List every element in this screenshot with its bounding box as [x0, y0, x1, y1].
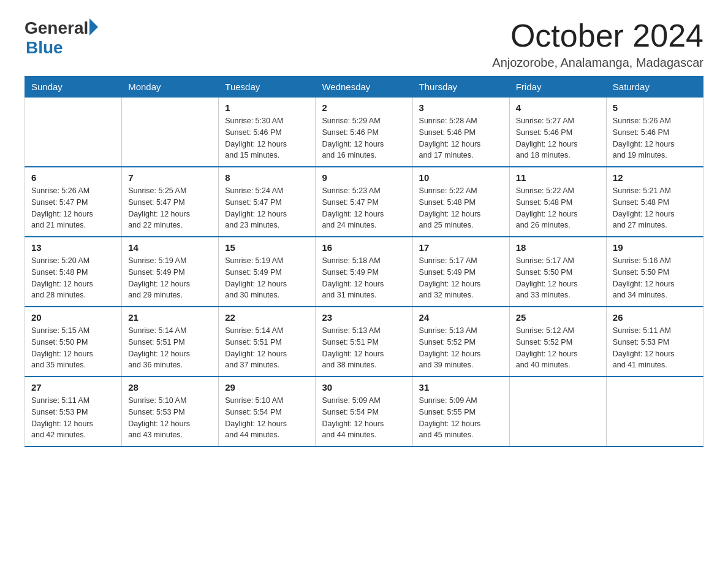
day-number: 9: [322, 172, 406, 183]
day-number: 3: [419, 102, 503, 113]
header-friday: Friday: [509, 77, 606, 98]
calendar-cell: [606, 377, 703, 446]
day-info: Sunrise: 5:13 AMSunset: 5:52 PMDaylight:…: [419, 325, 503, 371]
calendar-cell: 24Sunrise: 5:13 AMSunset: 5:52 PMDayligh…: [412, 307, 509, 377]
calendar-cell: 23Sunrise: 5:13 AMSunset: 5:51 PMDayligh…: [316, 307, 412, 377]
calendar-cell: 12Sunrise: 5:21 AMSunset: 5:48 PMDayligh…: [606, 167, 703, 237]
header-tuesday: Tuesday: [219, 77, 316, 98]
day-info: Sunrise: 5:21 AMSunset: 5:48 PMDaylight:…: [613, 185, 697, 231]
day-number: 25: [516, 312, 600, 323]
month-title: October 2024: [492, 18, 703, 53]
day-number: 2: [322, 102, 406, 113]
header-monday: Monday: [122, 77, 219, 98]
day-number: 27: [31, 382, 115, 393]
day-info: Sunrise: 5:29 AMSunset: 5:46 PMDaylight:…: [322, 115, 406, 161]
day-number: 14: [128, 242, 212, 253]
calendar-cell: 5Sunrise: 5:26 AMSunset: 5:46 PMDaylight…: [606, 98, 703, 167]
day-info: Sunrise: 5:26 AMSunset: 5:46 PMDaylight:…: [613, 115, 697, 161]
day-info: Sunrise: 5:10 AMSunset: 5:54 PMDaylight:…: [225, 395, 309, 441]
page-header: General Blue October 2024 Anjozorobe, An…: [25, 18, 703, 70]
logo-triangle-icon: [89, 18, 98, 36]
calendar-cell: 20Sunrise: 5:15 AMSunset: 5:50 PMDayligh…: [25, 307, 122, 377]
logo: General Blue: [25, 18, 98, 58]
week-row-4: 20Sunrise: 5:15 AMSunset: 5:50 PMDayligh…: [25, 307, 703, 377]
calendar-cell: 26Sunrise: 5:11 AMSunset: 5:53 PMDayligh…: [606, 307, 703, 377]
calendar-cell: 27Sunrise: 5:11 AMSunset: 5:53 PMDayligh…: [25, 377, 122, 446]
calendar-cell: 16Sunrise: 5:18 AMSunset: 5:49 PMDayligh…: [316, 237, 412, 307]
day-info: Sunrise: 5:17 AMSunset: 5:49 PMDaylight:…: [419, 255, 503, 301]
day-info: Sunrise: 5:09 AMSunset: 5:55 PMDaylight:…: [419, 395, 503, 441]
day-number: 4: [516, 102, 600, 113]
header-wednesday: Wednesday: [316, 77, 412, 98]
calendar-cell: 18Sunrise: 5:17 AMSunset: 5:50 PMDayligh…: [509, 237, 606, 307]
day-number: 28: [128, 382, 212, 393]
day-number: 26: [613, 312, 697, 323]
week-row-1: 1Sunrise: 5:30 AMSunset: 5:46 PMDaylight…: [25, 98, 703, 167]
calendar-cell: 7Sunrise: 5:25 AMSunset: 5:47 PMDaylight…: [122, 167, 219, 237]
day-number: 6: [31, 172, 115, 183]
day-info: Sunrise: 5:26 AMSunset: 5:47 PMDaylight:…: [31, 185, 115, 231]
logo-general: General: [25, 18, 88, 38]
calendar-cell: 17Sunrise: 5:17 AMSunset: 5:49 PMDayligh…: [412, 237, 509, 307]
day-number: 21: [128, 312, 212, 323]
header-sunday: Sunday: [25, 77, 122, 98]
location-title: Anjozorobe, Analamanga, Madagascar: [492, 56, 703, 70]
day-number: 19: [613, 242, 697, 253]
calendar-cell: 25Sunrise: 5:12 AMSunset: 5:52 PMDayligh…: [509, 307, 606, 377]
calendar-cell: [25, 98, 122, 167]
header-saturday: Saturday: [606, 77, 703, 98]
day-info: Sunrise: 5:23 AMSunset: 5:47 PMDaylight:…: [322, 185, 406, 231]
day-info: Sunrise: 5:10 AMSunset: 5:53 PMDaylight:…: [128, 395, 212, 441]
day-number: 24: [419, 312, 503, 323]
day-number: 22: [225, 312, 309, 323]
day-info: Sunrise: 5:28 AMSunset: 5:46 PMDaylight:…: [419, 115, 503, 161]
calendar-cell: 22Sunrise: 5:14 AMSunset: 5:51 PMDayligh…: [219, 307, 316, 377]
calendar-cell: 29Sunrise: 5:10 AMSunset: 5:54 PMDayligh…: [219, 377, 316, 446]
calendar-cell: 14Sunrise: 5:19 AMSunset: 5:49 PMDayligh…: [122, 237, 219, 307]
day-info: Sunrise: 5:19 AMSunset: 5:49 PMDaylight:…: [128, 255, 212, 301]
day-info: Sunrise: 5:19 AMSunset: 5:49 PMDaylight:…: [225, 255, 309, 301]
calendar-cell: 6Sunrise: 5:26 AMSunset: 5:47 PMDaylight…: [25, 167, 122, 237]
day-info: Sunrise: 5:27 AMSunset: 5:46 PMDaylight:…: [516, 115, 600, 161]
day-number: 16: [322, 242, 406, 253]
day-number: 7: [128, 172, 212, 183]
week-row-5: 27Sunrise: 5:11 AMSunset: 5:53 PMDayligh…: [25, 377, 703, 446]
day-info: Sunrise: 5:14 AMSunset: 5:51 PMDaylight:…: [128, 325, 212, 371]
day-info: Sunrise: 5:20 AMSunset: 5:48 PMDaylight:…: [31, 255, 115, 301]
day-number: 8: [225, 172, 309, 183]
day-info: Sunrise: 5:11 AMSunset: 5:53 PMDaylight:…: [31, 395, 115, 441]
calendar-table: SundayMondayTuesdayWednesdayThursdayFrid…: [25, 76, 703, 447]
logo-blue: Blue: [26, 38, 98, 58]
day-number: 17: [419, 242, 503, 253]
day-number: 18: [516, 242, 600, 253]
week-row-3: 13Sunrise: 5:20 AMSunset: 5:48 PMDayligh…: [25, 237, 703, 307]
day-info: Sunrise: 5:17 AMSunset: 5:50 PMDaylight:…: [516, 255, 600, 301]
calendar-cell: 21Sunrise: 5:14 AMSunset: 5:51 PMDayligh…: [122, 307, 219, 377]
day-info: Sunrise: 5:18 AMSunset: 5:49 PMDaylight:…: [322, 255, 406, 301]
calendar-cell: 15Sunrise: 5:19 AMSunset: 5:49 PMDayligh…: [219, 237, 316, 307]
day-info: Sunrise: 5:15 AMSunset: 5:50 PMDaylight:…: [31, 325, 115, 371]
day-info: Sunrise: 5:14 AMSunset: 5:51 PMDaylight:…: [225, 325, 309, 371]
calendar-cell: [122, 98, 219, 167]
day-number: 10: [419, 172, 503, 183]
day-number: 23: [322, 312, 406, 323]
day-number: 13: [31, 242, 115, 253]
calendar-cell: 11Sunrise: 5:22 AMSunset: 5:48 PMDayligh…: [509, 167, 606, 237]
calendar-cell: 4Sunrise: 5:27 AMSunset: 5:46 PMDaylight…: [509, 98, 606, 167]
header-thursday: Thursday: [412, 77, 509, 98]
week-row-2: 6Sunrise: 5:26 AMSunset: 5:47 PMDaylight…: [25, 167, 703, 237]
day-number: 15: [225, 242, 309, 253]
calendar-cell: 8Sunrise: 5:24 AMSunset: 5:47 PMDaylight…: [219, 167, 316, 237]
calendar-cell: 2Sunrise: 5:29 AMSunset: 5:46 PMDaylight…: [316, 98, 412, 167]
day-info: Sunrise: 5:30 AMSunset: 5:46 PMDaylight:…: [225, 115, 309, 161]
calendar-cell: 30Sunrise: 5:09 AMSunset: 5:54 PMDayligh…: [316, 377, 412, 446]
day-number: 20: [31, 312, 115, 323]
title-area: October 2024 Anjozorobe, Analamanga, Mad…: [492, 18, 703, 70]
calendar-cell: 10Sunrise: 5:22 AMSunset: 5:48 PMDayligh…: [412, 167, 509, 237]
calendar-cell: 19Sunrise: 5:16 AMSunset: 5:50 PMDayligh…: [606, 237, 703, 307]
day-number: 31: [419, 382, 503, 393]
day-info: Sunrise: 5:22 AMSunset: 5:48 PMDaylight:…: [516, 185, 600, 231]
day-info: Sunrise: 5:16 AMSunset: 5:50 PMDaylight:…: [613, 255, 697, 301]
day-number: 11: [516, 172, 600, 183]
calendar-cell: 9Sunrise: 5:23 AMSunset: 5:47 PMDaylight…: [316, 167, 412, 237]
